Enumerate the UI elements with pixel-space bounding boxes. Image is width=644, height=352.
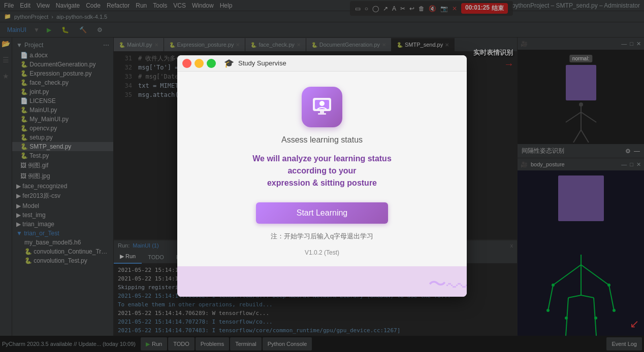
ide-root: File Edit View Navigate Code Refactor Ru… <box>0 0 644 352</box>
modal-overlay: ✕ 🎓 Study Supervise <box>0 0 644 352</box>
modal-footer: 〰 〜 <box>177 266 467 297</box>
modal-window: ✕ 🎓 Study Supervise <box>177 55 467 297</box>
modal-close-btn[interactable]: ✕ <box>182 59 191 68</box>
modal-window-controls: ✕ <box>182 59 216 68</box>
modal-description: We will analyze your learning status acc… <box>252 153 392 189</box>
modal-title-bar: ✕ 🎓 Study Supervise <box>177 55 467 72</box>
start-learning-button[interactable]: Start Learning <box>256 202 389 224</box>
modal-body: Assess learning status We will analyze y… <box>177 72 467 266</box>
modal-app-title: Assess learning status <box>281 135 363 145</box>
app-icon-svg <box>310 95 334 119</box>
modal-title-text: Study Supervise <box>238 59 462 67</box>
svg-rect-25 <box>318 113 326 115</box>
footer-decoration-2: 〜 <box>428 272 446 297</box>
svg-point-23 <box>319 101 325 106</box>
svg-rect-24 <box>320 111 324 113</box>
modal-maximize-btn[interactable] <box>207 59 216 68</box>
modal-version: V1.0.2 (Test) <box>305 249 339 256</box>
app-icon <box>302 87 342 127</box>
footer-wave-icon: 〰 <box>446 272 467 297</box>
modal-note: 注：开始学习后输入q字母退出学习 <box>271 232 373 241</box>
modal-minimize-btn[interactable] <box>195 59 204 68</box>
modal-app-icon-small: 🎓 <box>224 58 234 68</box>
